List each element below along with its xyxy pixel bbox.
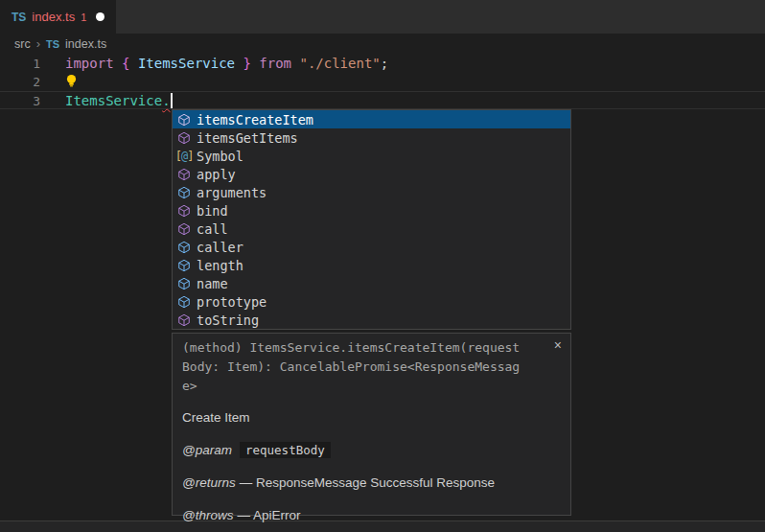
suggest-item-label: toString bbox=[197, 312, 259, 328]
chevron-right-icon: › bbox=[36, 36, 40, 51]
tab-filename: index.ts bbox=[32, 10, 75, 24]
breadcrumb: src › TS index.ts bbox=[0, 34, 765, 54]
doc-summary: Create Item bbox=[182, 410, 561, 425]
suggest-item-label: prototype bbox=[197, 294, 267, 310]
suggest-docs-panel: × (method) ItemsService.itemsCreateItem(… bbox=[172, 333, 571, 516]
suggest-item[interactable]: [@] arguments bbox=[173, 183, 570, 201]
symbol-method-icon: [@] bbox=[176, 222, 192, 236]
symbol-method-icon: [@] bbox=[176, 131, 192, 145]
suggest-item[interactable]: [@] Symbol bbox=[173, 147, 570, 165]
suggest-item[interactable]: [@] itemsGetItems bbox=[173, 128, 570, 147]
suggest-item[interactable]: [@] caller bbox=[173, 238, 570, 256]
token-from-keyword: from bbox=[251, 56, 300, 71]
suggest-item[interactable]: [@] toString bbox=[173, 311, 570, 329]
tab-error-count-badge: 1 bbox=[81, 12, 86, 23]
symbol-field-icon: [@] bbox=[176, 186, 192, 199]
suggest-item-label: apply bbox=[197, 167, 236, 182]
symbol-field-icon: [@] bbox=[176, 259, 192, 272]
suggest-item[interactable]: [@] apply bbox=[173, 165, 570, 183]
suggest-item-label: arguments bbox=[197, 185, 267, 200]
symbol-method-icon: [@] bbox=[176, 168, 192, 181]
code-text[interactable]: import { ItemsService } from "./client"; bbox=[65, 55, 388, 73]
token-semicolon: ; bbox=[381, 56, 388, 71]
breadcrumb-folder[interactable]: src bbox=[14, 37, 31, 51]
param-name-badge: requestBody bbox=[240, 442, 331, 458]
suggest-item-label: name bbox=[197, 276, 228, 291]
text-cursor bbox=[171, 93, 173, 108]
symbol-field-icon: [@] bbox=[176, 241, 192, 254]
tag-description: — ResponseMessage Successful Response bbox=[240, 475, 495, 490]
code-line-3-current[interactable]: 3 ItemsService. bbox=[0, 91, 765, 109]
code-line-1[interactable]: 1 import { ItemsService } from "./client… bbox=[0, 55, 765, 73]
suggest-item-label: bind bbox=[197, 203, 228, 219]
suggest-item[interactable]: [@] call bbox=[173, 220, 570, 238]
suggest-item[interactable]: [@] name bbox=[173, 274, 570, 292]
lightbulb-code-action-icon[interactable] bbox=[65, 74, 78, 88]
token-class-reference: ItemsService bbox=[65, 93, 162, 108]
line-number: 1 bbox=[0, 55, 40, 73]
suggest-item-label: Symbol bbox=[197, 149, 243, 164]
token-import-keyword: import bbox=[65, 56, 122, 71]
token-close-brace: } bbox=[235, 56, 251, 71]
token-dot-error-squiggle: . bbox=[162, 93, 170, 108]
symbol-field-icon: [@] bbox=[176, 295, 192, 309]
code-text[interactable] bbox=[65, 73, 78, 91]
suggest-item-label: itemsCreateItem bbox=[197, 112, 313, 127]
jsdoc-tag: @throws bbox=[182, 508, 233, 522]
suggest-item[interactable]: [@] bind bbox=[173, 201, 570, 220]
close-icon[interactable]: × bbox=[554, 338, 562, 352]
method-signature: (method) ItemsService.itemsCreateItem(re… bbox=[182, 338, 527, 396]
suggest-item-label: call bbox=[197, 221, 228, 237]
token-imported-name: ItemsService bbox=[138, 56, 235, 71]
typescript-file-icon: TS bbox=[46, 38, 59, 50]
symbol-method-icon: [@] bbox=[176, 113, 192, 127]
tag-description: — ApiError bbox=[237, 508, 300, 522]
line-number: 3 bbox=[0, 92, 40, 108]
doc-tag-throws: @throws— ApiError bbox=[182, 508, 561, 522]
symbol-key-icon: [@] bbox=[176, 150, 192, 163]
doc-tag-returns: @returns— ResponseMessage Successful Res… bbox=[182, 475, 561, 490]
token-module-string: "./client" bbox=[299, 56, 380, 71]
jsdoc-tag: @param bbox=[182, 443, 232, 457]
breadcrumb-filename[interactable]: index.ts bbox=[65, 37, 106, 51]
symbol-method-icon: [@] bbox=[176, 313, 192, 327]
typescript-file-icon: TS bbox=[12, 11, 26, 24]
suggest-item-label: caller bbox=[197, 240, 243, 255]
suggest-item[interactable]: [@] length bbox=[173, 256, 570, 274]
intellisense-suggest-widget: [@] itemsCreateItem [@] itemsGetItems [@… bbox=[172, 109, 571, 330]
token-open-brace: { bbox=[122, 56, 138, 71]
line-number: 2 bbox=[0, 73, 40, 91]
code-text[interactable]: ItemsService. bbox=[65, 92, 173, 108]
jsdoc-tag: @returns bbox=[182, 475, 236, 490]
symbol-field-icon: [@] bbox=[176, 277, 192, 290]
symbol-method-icon: [@] bbox=[176, 204, 192, 218]
unsaved-changes-dot-icon[interactable] bbox=[96, 12, 104, 21]
suggest-item-label: length bbox=[197, 258, 243, 273]
code-editor[interactable]: 1 import { ItemsService } from "./client… bbox=[0, 54, 765, 109]
suggest-item-label: itemsGetItems bbox=[197, 130, 298, 146]
tab-index-ts[interactable]: TS index.ts 1 bbox=[0, 0, 116, 34]
suggest-item[interactable]: [@] itemsCreateItem bbox=[173, 110, 570, 128]
code-line-2[interactable]: 2 bbox=[0, 73, 765, 91]
tab-bar: TS index.ts 1 bbox=[0, 0, 765, 34]
doc-tag-param: @paramrequestBody bbox=[182, 443, 561, 457]
suggest-item[interactable]: [@] prototype bbox=[173, 292, 570, 311]
